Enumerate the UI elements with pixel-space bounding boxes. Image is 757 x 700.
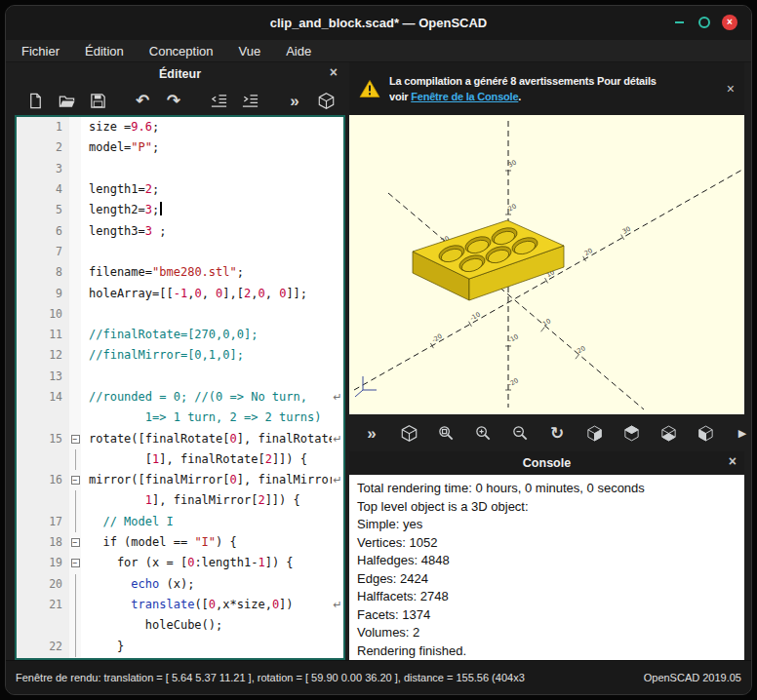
view-left-button[interactable]: [693, 420, 718, 446]
console-close-button[interactable]: ×: [729, 454, 737, 468]
line-number: 18: [17, 532, 69, 553]
console-output[interactable]: Total rendering time: 0 hours, 0 minutes…: [349, 475, 744, 660]
status-text: Fenêtre de rendu: translation = [ 5.64 5…: [16, 672, 636, 683]
viewport-toolbar-more-button[interactable]: ▶: [730, 420, 752, 446]
warning-close-button[interactable]: ×: [727, 82, 735, 96]
code-row[interactable]: 17 // Model I: [17, 512, 343, 532]
undo-button[interactable]: ↶: [130, 88, 155, 113]
fold-margin: [69, 367, 81, 387]
svg-text:20: 20: [583, 247, 594, 257]
zoom-out-icon: [511, 424, 530, 443]
code-row[interactable]: 22 }: [17, 636, 343, 656]
fold-marker[interactable]: −: [69, 553, 81, 573]
line-number: 22: [17, 637, 69, 657]
code-row[interactable]: 2model="P";: [17, 137, 343, 158]
code-row[interactable]: 6length3=3 ;: [17, 220, 343, 241]
svg-text:-10: -10: [507, 332, 520, 344]
svg-text:-10: -10: [469, 311, 482, 323]
wrap-indicator-icon: ↵: [332, 474, 343, 486]
minimize-button[interactable]: [671, 15, 687, 30]
menu-item-edition[interactable]: Édition: [85, 44, 124, 58]
code-row[interactable]: 5length2=3;: [17, 200, 343, 220]
close-window-button[interactable]: ×: [722, 15, 737, 30]
code-row[interactable]: 1], finalMirror[2]]) {: [17, 490, 343, 511]
menu-item-conception[interactable]: Conception: [149, 44, 214, 58]
code-row[interactable]: 19− for (x = [0:length1-1]) {: [17, 553, 343, 573]
warning-text: La compilation a généré 8 avertissements…: [389, 73, 657, 104]
view-top-button[interactable]: [618, 420, 644, 446]
code-row[interactable]: 16−mirror([finalMirror[0], finalMirror[↵: [17, 470, 343, 490]
code-line-text: rotate([finalRotate[0], finalRotate: [81, 429, 332, 449]
code-row[interactable]: 1size =9.6;: [17, 117, 343, 137]
code-row[interactable]: 12//finalMirror=[0,1,0];: [17, 345, 343, 366]
viewport-panel: La compilation a généré 8 avertissements…: [349, 62, 744, 660]
warning-banner: La compilation a généré 8 avertissements…: [349, 62, 744, 115]
view-top-cube-icon: [622, 424, 641, 443]
line-number: 1: [17, 117, 69, 137]
code-editor[interactable]: 1size =9.6;2model="P";34length1=2;5lengt…: [15, 115, 345, 660]
console-window-link[interactable]: Fenêtre de la Console: [411, 91, 518, 102]
vp-preview-button[interactable]: »: [359, 420, 384, 446]
version-label: OpenSCAD 2019.05: [644, 672, 741, 683]
code-row[interactable]: 20 echo (x);: [17, 574, 343, 595]
editor-panel: Éditeur × ↶ ↷ » ▶: [15, 62, 345, 660]
new-file-button[interactable]: [22, 88, 48, 113]
render-cube-icon: [317, 92, 336, 110]
indent-button[interactable]: [237, 88, 262, 113]
save-button[interactable]: [85, 88, 110, 113]
view-bottom-button[interactable]: [656, 420, 681, 446]
code-row[interactable]: 15−rotate([finalRotate[0], finalRotate↵: [17, 428, 343, 448]
fold-marker[interactable]: −: [69, 532, 81, 553]
code-rows: 1size =9.6;2model="P";34length1=2;5lengt…: [17, 117, 343, 658]
viewport-canvas[interactable]: 102030-10-20102030-10-201020-10-20: [349, 115, 744, 414]
code-row[interactable]: 14//rounded = 0; //(0 => No turn,↵: [17, 387, 343, 408]
fold-marker[interactable]: −: [69, 470, 81, 490]
preview-icon: »: [367, 424, 376, 443]
fold-marker[interactable]: −: [69, 428, 81, 448]
preview-button[interactable]: »: [282, 88, 307, 113]
console-line: Vertices: 1052: [357, 534, 737, 553]
zoom-out-button[interactable]: [507, 420, 533, 446]
line-number: 5: [17, 200, 69, 220]
render-button[interactable]: [313, 88, 339, 113]
code-row[interactable]: 18− if (model == "I") {: [17, 532, 343, 553]
code-row[interactable]: 10: [17, 304, 343, 325]
text-cursor: [160, 202, 162, 215]
zoom-all-button[interactable]: [433, 420, 458, 446]
open-file-button[interactable]: [54, 88, 79, 113]
line-number: 9: [17, 284, 69, 304]
zoom-all-icon: [437, 424, 456, 443]
code-row[interactable]: 11//finalRotate=[270,0,0];: [17, 325, 343, 345]
code-row[interactable]: holeCube();: [17, 615, 343, 636]
code-row[interactable]: 4length1=2;: [17, 179, 343, 200]
menu-item-fichier[interactable]: Fichier: [21, 44, 60, 58]
editor-close-button[interactable]: ×: [330, 65, 338, 79]
line-number: 17: [17, 512, 69, 532]
code-row[interactable]: 13: [17, 367, 343, 387]
title-bar[interactable]: clip_and_block.scad* — OpenSCAD ×: [6, 6, 751, 40]
save-icon: [89, 92, 107, 110]
preview-icon: »: [290, 92, 299, 110]
view-right-button[interactable]: [581, 420, 607, 446]
code-row[interactable]: 1=> 1 turn, 2 => 2 turns): [17, 408, 343, 428]
code-row[interactable]: 3: [17, 159, 343, 179]
vp-render-button[interactable]: [396, 420, 421, 446]
code-row[interactable]: 21 translate([0,x*size,0])↵: [17, 595, 343, 615]
code-row[interactable]: 8filename="bme280.stl";: [17, 262, 343, 283]
reset-view-button[interactable]: ↻: [544, 420, 570, 446]
redo-button[interactable]: ↷: [161, 88, 186, 113]
viewport-3d[interactable]: 102030-10-20102030-10-201020-10-20: [349, 115, 744, 414]
code-row[interactable]: 7: [17, 242, 343, 262]
code-line-text: //finalRotate=[270,0,0];: [81, 325, 332, 345]
maximize-button[interactable]: [697, 15, 712, 30]
unindent-button[interactable]: [206, 88, 231, 113]
menu-item-aide[interactable]: Aide: [286, 44, 311, 58]
console-line: Volumes: 2: [357, 624, 737, 642]
editor-toolbar: ↶ ↷ » ▶: [15, 86, 345, 115]
code-row[interactable]: [1], finalRotate[2]]) {: [17, 449, 343, 470]
zoom-in-button[interactable]: [470, 420, 496, 446]
code-row[interactable]: 9holeArray=[[-1,0, 0],[2,0, 0]];: [17, 283, 343, 303]
warning-line1: La compilation a généré 8 avertissements…: [389, 73, 657, 89]
fold-margin: [69, 137, 81, 158]
menu-item-vue[interactable]: Vue: [239, 44, 261, 58]
